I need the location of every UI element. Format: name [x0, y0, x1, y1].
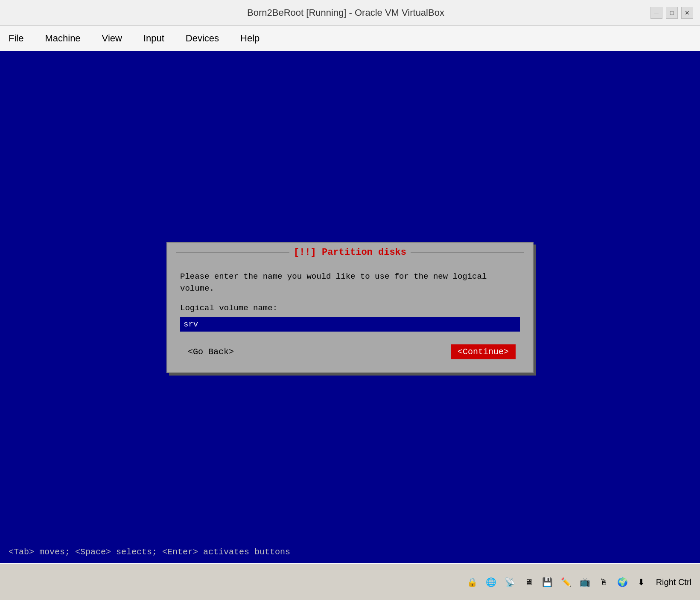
- continue-button[interactable]: <Continue>: [451, 344, 516, 359]
- dialog-content: Please enter the name you would like to …: [167, 262, 533, 372]
- vm-screen[interactable]: [!!] Partition disks Please enter the na…: [0, 51, 700, 563]
- vm-icon[interactable]: 🖱: [596, 574, 612, 590]
- dialog-description: Please enter the name you would like to …: [180, 271, 520, 295]
- arrow-down-icon[interactable]: ⬇: [634, 574, 649, 590]
- minimize-button[interactable]: ─: [650, 7, 662, 19]
- close-button[interactable]: ✕: [681, 7, 693, 19]
- right-ctrl-label: Right Ctrl: [656, 577, 691, 587]
- menu-item-view[interactable]: View: [98, 30, 126, 47]
- menu-item-input[interactable]: Input: [139, 30, 169, 47]
- partition-disks-dialog: [!!] Partition disks Please enter the na…: [166, 242, 534, 373]
- storage-icon[interactable]: 💾: [540, 574, 555, 590]
- logical-volume-name-input[interactable]: [180, 317, 520, 332]
- menu-item-devices[interactable]: Devices: [181, 30, 223, 47]
- network-icon[interactable]: 🔒: [465, 574, 480, 590]
- globe-icon[interactable]: 🌍: [615, 574, 630, 590]
- pencil-icon[interactable]: ✏️: [559, 574, 574, 590]
- go-back-button[interactable]: <Go Back>: [184, 345, 237, 358]
- usb-icon[interactable]: 🌐: [484, 574, 499, 590]
- dialog-field-label: Logical volume name:: [180, 303, 520, 313]
- dialog-titlebar: [!!] Partition disks: [167, 243, 533, 262]
- window-title: Born2BeRoot [Running] - Oracle VM Virtua…: [41, 7, 650, 18]
- statusbar-text: <Tab> moves; <Space> selects; <Enter> ac…: [9, 547, 290, 557]
- display-icon[interactable]: 🖥: [521, 574, 537, 590]
- window-controls: ─ □ ✕: [650, 7, 693, 19]
- menu-item-file[interactable]: File: [4, 30, 28, 47]
- taskbar: 🔒 🌐 📡 🖥 💾 ✏️ 📺 🖱 🌍 ⬇ Right Ctrl: [0, 563, 700, 600]
- menu-item-machine[interactable]: Machine: [41, 30, 85, 47]
- titlebar: Born2BeRoot [Running] - Oracle VM Virtua…: [0, 0, 700, 26]
- dialog-buttons: <Go Back> <Continue>: [180, 344, 520, 359]
- menu-item-help[interactable]: Help: [236, 30, 264, 47]
- dialog-title: [!!] Partition disks: [289, 247, 411, 258]
- vm-statusbar: <Tab> moves; <Space> selects; <Enter> ac…: [0, 540, 700, 563]
- maximize-button[interactable]: □: [666, 7, 678, 19]
- menubar: File Machine View Input Devices Help: [0, 26, 700, 51]
- audio-icon[interactable]: 📡: [502, 574, 518, 590]
- monitor2-icon[interactable]: 📺: [578, 574, 593, 590]
